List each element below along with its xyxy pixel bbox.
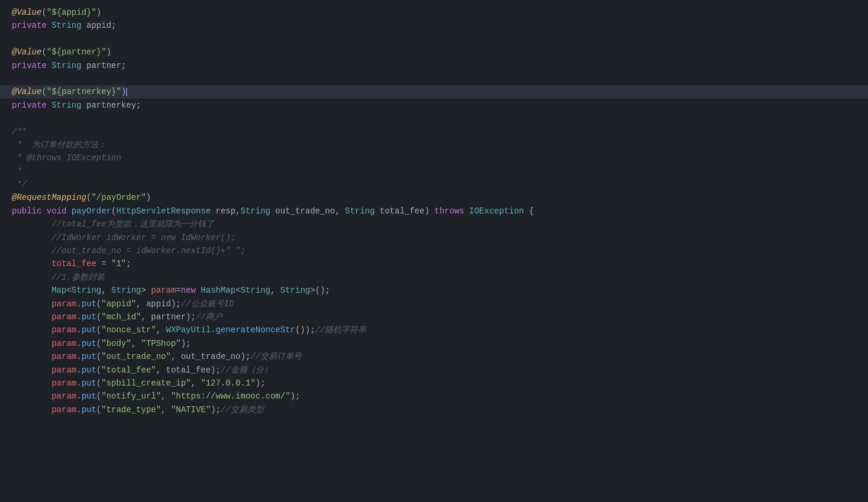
code-content: public void payOrder(HttpServletResponse… (12, 205, 856, 218)
token-cyan: String (51, 61, 81, 70)
code-content: total_fee = "1"; (12, 257, 856, 270)
token-text: ( (41, 87, 46, 96)
token-text: . (76, 391, 81, 401)
token-text (12, 273, 51, 282)
token-keyword: void (47, 206, 67, 216)
token-comment: //公众账号ID (181, 299, 234, 309)
token-text (12, 286, 51, 295)
token-text: partnerkey; (82, 101, 141, 110)
code-content: param.put("body", "TPShop"); (12, 337, 856, 350)
token-text: . (76, 378, 81, 388)
token-comment: //out_trade_no = idWorker.nextId()+" "; (51, 246, 246, 255)
token-blue: put (82, 339, 96, 348)
token-text: , (156, 325, 166, 335)
token-text (12, 233, 51, 242)
token-text (12, 378, 51, 388)
code-content: param.put("trade_type", "NATIVE");//交易类型 (12, 403, 856, 416)
code-line: //total_fee为货款，这里就限为一分钱了 (0, 218, 868, 231)
token-red: param (51, 339, 76, 348)
token-cyan: String (241, 286, 270, 295)
token-text: , appid); (136, 299, 181, 309)
token-text (12, 219, 51, 229)
code-content: param.put("total_fee", total_fee);//金额（分… (12, 364, 856, 377)
token-cyan: String (111, 286, 141, 295)
code-line: @RequestMapping("/payOrder") (0, 191, 868, 204)
token-text: ( (96, 312, 101, 322)
token-text (41, 206, 46, 216)
token-string: "body" (101, 339, 131, 348)
token-cyan: Map (51, 286, 66, 295)
token-comment: * (12, 167, 22, 176)
token-text: ( (96, 299, 101, 309)
token-keyword: private (12, 21, 47, 30)
token-keyword: new (181, 286, 196, 295)
token-cyan: String (51, 21, 81, 30)
token-comment: //IdWorker idWorker = new IdWorker(); (51, 233, 235, 242)
token-text (12, 259, 51, 268)
token-blue: payOrder (72, 206, 111, 216)
token-text: ( (41, 47, 46, 57)
code-line (0, 112, 868, 125)
code-line: param.put("spbill_create_ip", "127.0.0.1… (0, 377, 868, 390)
token-cyan: HashMap (201, 286, 235, 295)
code-line: * @throws IOException (0, 151, 868, 164)
token-keyword: throws (434, 206, 464, 216)
token-text (12, 405, 51, 414)
code-line: param.put("mch_id", partner);//商户 (0, 310, 868, 323)
token-text: ()); (295, 325, 315, 335)
token-text (12, 312, 51, 322)
token-text (12, 391, 51, 401)
token-text: < (66, 286, 71, 295)
token-red: param (51, 378, 76, 388)
code-line: param.put("out_trade_no", out_trade_no);… (0, 350, 868, 363)
code-content: @Value("${partner}") (12, 46, 856, 59)
token-keyword: public (12, 206, 41, 216)
token-string: "127.0.0.1" (201, 378, 255, 388)
token-red: param (51, 365, 76, 375)
token-text (47, 101, 51, 110)
token-text: , (161, 391, 171, 401)
token-string: "${partner}" (47, 47, 107, 57)
token-blue: put (82, 405, 96, 414)
token-red: param (51, 299, 76, 309)
token-text: { (524, 206, 534, 216)
token-annotation: @Value (12, 47, 41, 57)
token-comment: //1.参数封装 (51, 273, 105, 282)
token-text: , partner); (141, 312, 195, 322)
token-text (12, 246, 51, 255)
token-string: "${partnerkey}" (47, 87, 121, 96)
token-text: total_fee) (375, 206, 434, 216)
token-text: , out_trade_no); (171, 352, 250, 361)
token-text: . (76, 352, 81, 361)
token-text: >(); (310, 286, 330, 295)
token-string: "notify_url" (101, 391, 161, 401)
token-comment: //商户 (196, 312, 222, 322)
token-text: = (96, 259, 111, 268)
token-red: param (151, 286, 176, 295)
token-annotation: @RequestMapping (12, 193, 86, 202)
token-red: total_fee (51, 259, 96, 268)
token-text: resp, (211, 206, 240, 216)
token-text: ); (256, 378, 266, 388)
token-text (66, 206, 71, 216)
token-text: = (176, 286, 180, 295)
token-text: ); (211, 405, 221, 414)
token-cyan: String (345, 206, 375, 216)
code-line: param.put("notify_url", "https://www.imo… (0, 390, 868, 403)
code-line: public void payOrder(HttpServletResponse… (0, 205, 868, 218)
code-line (0, 33, 868, 46)
token-comment: */ (12, 180, 27, 189)
token-keyword: private (12, 61, 47, 70)
token-string: "mch_id" (101, 312, 141, 322)
code-content: param.put("mch_id", partner);//商户 (12, 310, 856, 323)
token-blue: put (82, 391, 96, 401)
token-text: , (131, 339, 141, 348)
token-comment: //交易订单号 (250, 352, 302, 361)
code-content: private String partner; (12, 59, 856, 72)
token-text: ( (41, 8, 46, 17)
code-line: @Value("${partnerkey}") (0, 85, 868, 98)
token-text: partner; (82, 61, 127, 70)
token-red: param (51, 391, 76, 401)
code-content: /** (12, 125, 856, 138)
code-content: private String appid; (12, 19, 856, 32)
